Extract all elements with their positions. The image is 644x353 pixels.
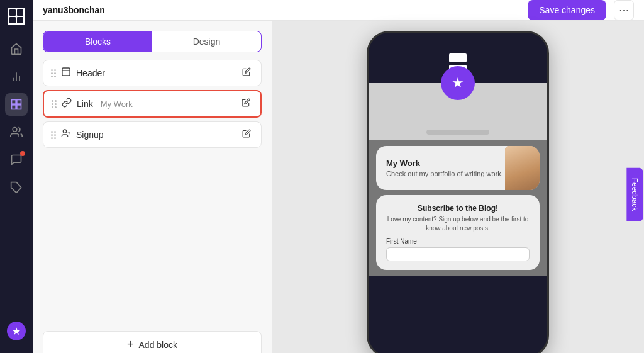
- drag-handle-signup: [51, 131, 56, 139]
- content-area: Blocks Design Header: [33, 21, 644, 353]
- phone-preview-area: ★ My Work Check out my portfolio of writ…: [272, 21, 644, 353]
- main-area: yanu3bonchan Save changes ⋯ Blocks Desig…: [33, 0, 644, 353]
- svg-rect-4: [17, 100, 21, 104]
- nav-chat-icon[interactable]: [5, 148, 28, 171]
- nav-avatar-wrapper: ★: [7, 317, 26, 345]
- header-block-icon: [61, 67, 71, 79]
- phone-profile-section: ★: [369, 83, 547, 140]
- save-changes-button[interactable]: Save changes: [528, 0, 606, 20]
- more-options-button[interactable]: ⋯: [614, 0, 634, 20]
- phone-signup-desc: Love my content? Sign up below and be th…: [386, 215, 530, 233]
- blocks-list: Header: [43, 60, 262, 152]
- block-item-link-my-work[interactable]: Link My Work: [43, 90, 262, 118]
- block-item-signup[interactable]: Signup: [43, 121, 262, 148]
- feedback-tab[interactable]: Feedback: [627, 168, 643, 221]
- svg-point-11: [63, 130, 66, 133]
- phone-avatar-circle: ★: [441, 66, 475, 100]
- left-panel: Blocks Design Header: [33, 21, 272, 353]
- signup-edit-button[interactable]: [240, 129, 253, 140]
- signup-block-label: Signup: [76, 130, 104, 140]
- add-icon: +: [127, 338, 134, 351]
- svg-rect-5: [12, 105, 16, 109]
- header-block-label: Header: [76, 68, 105, 78]
- svg-rect-3: [12, 100, 16, 104]
- link-block-icon: [62, 98, 72, 110]
- sidebar-nav: ★: [0, 0, 33, 353]
- drag-handle-header: [51, 69, 56, 77]
- svg-rect-9: [62, 68, 70, 76]
- phone-signup-card: Subscribe to the Blog! Love my content? …: [376, 195, 540, 270]
- tab-blocks[interactable]: Blocks: [43, 31, 152, 52]
- phone-signup-title: Subscribe to the Blog!: [386, 204, 530, 213]
- site-name: yanu3bonchan: [43, 5, 520, 15]
- svg-rect-6: [17, 105, 21, 109]
- phone-first-name-input: [386, 247, 530, 261]
- phone-first-name-label: First Name: [386, 238, 530, 245]
- link-block-label: Link: [77, 99, 93, 109]
- phone-name-bar: [426, 130, 489, 135]
- add-block-label: Add block: [139, 340, 177, 350]
- top-header: yanu3bonchan Save changes ⋯: [33, 0, 644, 21]
- link-block-sublabel: My Work: [101, 99, 133, 109]
- more-icon: ⋯: [619, 4, 629, 16]
- drag-handle-link: [52, 100, 57, 108]
- nav-chart-icon[interactable]: [5, 65, 28, 88]
- phone-frame: ★ My Work Check out my portfolio of writ…: [367, 31, 549, 353]
- nav-puzzle-icon[interactable]: [5, 176, 28, 199]
- tabs-row: Blocks Design: [43, 31, 262, 52]
- signup-block-icon: [61, 128, 71, 141]
- svg-point-7: [13, 128, 17, 132]
- tab-design[interactable]: Design: [152, 31, 261, 52]
- phone-logo-rect-top: [449, 53, 467, 62]
- nav-home-icon[interactable]: [5, 38, 28, 60]
- add-block-button[interactable]: + Add block: [43, 331, 262, 353]
- nav-star-avatar[interactable]: ★: [7, 322, 26, 340]
- block-item-header[interactable]: Header: [43, 60, 262, 86]
- chat-badge: [20, 151, 25, 156]
- nav-logo[interactable]: [8, 8, 25, 25]
- header-edit-button[interactable]: [240, 67, 253, 79]
- nav-users-icon[interactable]: [5, 121, 28, 143]
- nav-blocks-icon[interactable]: [5, 93, 28, 116]
- phone-my-work-card: My Work Check out my portfolio of writin…: [376, 146, 540, 190]
- phone-content: My Work Check out my portfolio of writin…: [369, 140, 547, 276]
- link-edit-button[interactable]: [239, 98, 253, 109]
